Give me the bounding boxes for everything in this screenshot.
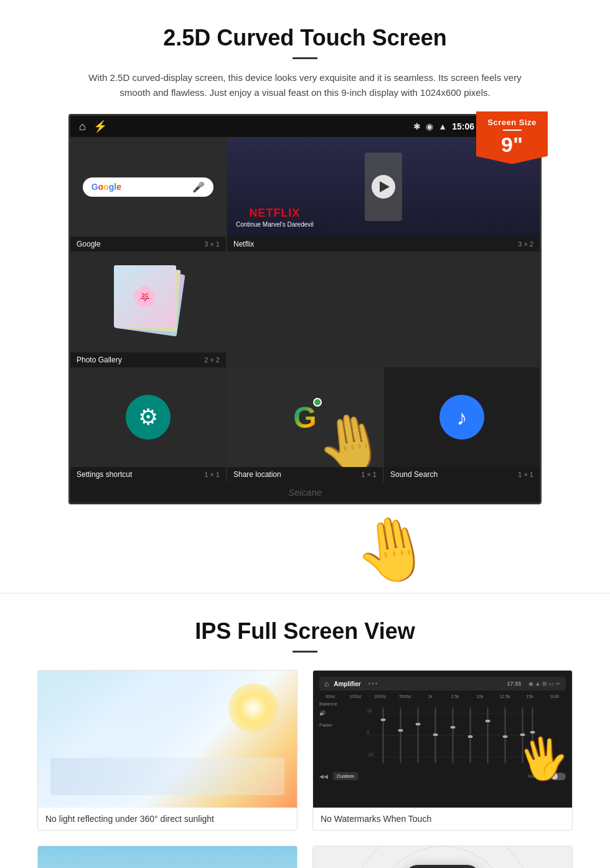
amp-menu-dots: • • •: [368, 681, 377, 687]
svg-text:0: 0: [367, 730, 369, 735]
google-logo: Google: [92, 182, 121, 192]
svg-rect-13: [433, 734, 438, 736]
svg-rect-11: [415, 723, 420, 725]
netflix-label-overlay: NETFLIX Continue Marvel's Daredevil: [236, 207, 314, 228]
sunlight-image: [38, 671, 297, 808]
sound-label-row: Sound Search 1 × 1: [384, 467, 540, 482]
photo-cell-inner: 🌸: [70, 253, 226, 352]
app-cell-settings[interactable]: ⚙ Settings shortcut 1 × 1: [70, 367, 226, 482]
play-button[interactable]: [372, 175, 395, 199]
feature-cheetah: 🐆 Seicane Super Fast Response: [37, 846, 298, 868]
badge-label: Screen Size: [481, 118, 543, 127]
screen-size-badge: Screen Size 9": [476, 111, 548, 164]
svg-rect-21: [502, 735, 507, 738]
settings-label: Settings shortcut: [77, 470, 132, 479]
amp-home-icon: ⌂: [324, 679, 329, 688]
amp-eq-section: Balance 🔊 Fader 10 0 -10: [319, 701, 566, 770]
section1-divider: [293, 57, 317, 59]
svg-rect-23: [520, 734, 525, 736]
status-left-icons: ⌂ ⚡: [79, 120, 107, 133]
car-top-view: [405, 865, 480, 868]
app-cell-share[interactable]: G 🤚 Share location 1 × 1: [227, 367, 383, 482]
section1-title: 2.5D Curved Touch Screen: [37, 25, 573, 51]
wifi-icon: ▲: [438, 121, 447, 131]
sun-glow: [228, 683, 278, 733]
svg-rect-10: [417, 707, 418, 763]
usb-icon: ⚡: [93, 120, 107, 133]
section1-description: With 2.5D curved-display screen, this de…: [87, 70, 523, 100]
music-note-icon: ♪: [457, 405, 467, 430]
sunlight-caption: No light reflecting under 360° direct su…: [38, 808, 297, 830]
amp-custom-button[interactable]: Custom: [333, 772, 358, 780]
google-cell-inner: Google 🎤: [70, 137, 226, 237]
android-screen: ⌂ ⚡ ✱ ◉ ▲ 15:06 📷 🔊 ⊠ ▭: [68, 114, 542, 504]
svg-rect-6: [382, 707, 383, 763]
svg-rect-15: [450, 726, 455, 729]
sound-size: 1 × 1: [518, 471, 533, 478]
settings-size: 1 × 1: [204, 471, 220, 478]
settings-gear-icon: ⚙: [138, 404, 158, 430]
eq-sliders: 10 0 -10: [342, 701, 566, 770]
feature-grid: No light reflecting under 360° direct su…: [37, 670, 573, 868]
netflix-label-row: Netflix 3 × 2: [227, 237, 540, 252]
app-cell-google[interactable]: Google 🎤 Google 3 × 1: [70, 137, 226, 252]
status-time: 15:06: [452, 121, 474, 131]
app-cell-photo[interactable]: 🌸 Photo Gallery 2 × 2: [70, 253, 226, 367]
svg-rect-14: [452, 707, 453, 763]
svg-rect-17: [467, 735, 472, 738]
amp-time: 17:33: [507, 681, 522, 687]
section2-divider: [293, 651, 317, 653]
amp-freq-labels: 60hz 100hz 200hz 500hz 1k 2.5k 10k 12.5k…: [319, 694, 566, 699]
google-search-bar[interactable]: Google 🎤: [83, 177, 214, 197]
amplifier-caption: No Watermarks When Touch: [313, 808, 572, 830]
share-size: 1 × 1: [361, 471, 377, 478]
settings-icon-circle: ⚙: [126, 395, 171, 440]
app-grid-row1: Google 🎤 Google 3 × 1: [70, 137, 540, 367]
photo-label-row: Photo Gallery 2 × 2: [70, 352, 226, 367]
section2-title: IPS Full Screen View: [37, 618, 573, 644]
svg-rect-7: [380, 719, 385, 721]
svg-rect-25: [530, 731, 535, 734]
feature-amplifier: ⌂ Amplifier • • • 17:33 ◉ ▲ ⊠ ▭ ↩ 60hz 1…: [312, 670, 573, 831]
hand-touch-visual: 🤚: [87, 513, 610, 587]
screen-watermark: Seicane: [70, 482, 540, 502]
sound-label: Sound Search: [390, 470, 438, 479]
netflix-logo-text: NETFLIX: [236, 207, 314, 220]
amp-top-bar: ⌂ Amplifier • • • 17:33 ◉ ▲ ⊠ ▭ ↩: [319, 677, 566, 691]
cheetah-image: 🐆 Seicane: [38, 846, 297, 868]
sound-circle: ♪: [439, 395, 484, 440]
home-icon[interactable]: ⌂: [79, 120, 86, 133]
car-image: [313, 846, 572, 868]
feature-sunlight: No light reflecting under 360° direct su…: [37, 670, 298, 831]
bluetooth-icon: ✱: [413, 121, 421, 131]
svg-text:10: 10: [367, 709, 372, 713]
app-cell-sound[interactable]: ♪ Sound Search 1 × 1: [384, 367, 540, 482]
status-bar: ⌂ ⚡ ✱ ◉ ▲ 15:06 📷 🔊 ⊠ ▭: [70, 116, 540, 137]
google-mic-icon[interactable]: 🎤: [192, 181, 205, 193]
svg-rect-18: [487, 707, 488, 763]
google-size: 3 × 1: [204, 240, 220, 248]
feature-car: Large Viewing Angle: [312, 846, 573, 868]
google-label: Google: [77, 240, 101, 248]
play-triangle: [380, 181, 390, 192]
photo-label: Photo Gallery: [77, 356, 122, 364]
share-label: Share location: [233, 470, 281, 479]
amp-icons: ◉ ▲ ⊠ ▭ ↩: [528, 681, 561, 687]
svg-rect-9: [398, 729, 403, 732]
badge-divider: [503, 130, 522, 131]
google-label-row: Google 3 × 1: [70, 237, 226, 252]
netflix-label: Netflix: [233, 240, 254, 248]
amp-nav-arrows: ◀◀: [319, 773, 328, 780]
svg-rect-19: [485, 720, 490, 722]
photo-size: 2 × 2: [204, 356, 220, 364]
share-cell-inner: G 🤚: [227, 367, 383, 467]
section-curved-touch: 2.5D Curved Touch Screen With 2.5D curve…: [0, 0, 610, 526]
svg-rect-8: [400, 707, 401, 763]
screen-mockup-wrapper: Screen Size 9" ⌂ ⚡ ✱ ◉ ▲ 15:06 📷 🔊 ⊠: [68, 114, 542, 504]
share-label-row: Share location 1 × 1: [227, 467, 383, 482]
amp-hand-icon: 🖐: [515, 731, 572, 786]
app-grid-row2: ⚙ Settings shortcut 1 × 1 G: [70, 367, 540, 482]
settings-label-row: Settings shortcut 1 × 1: [70, 467, 226, 482]
svg-text:-10: -10: [367, 752, 373, 757]
amp-title: Amplifier: [334, 681, 360, 687]
